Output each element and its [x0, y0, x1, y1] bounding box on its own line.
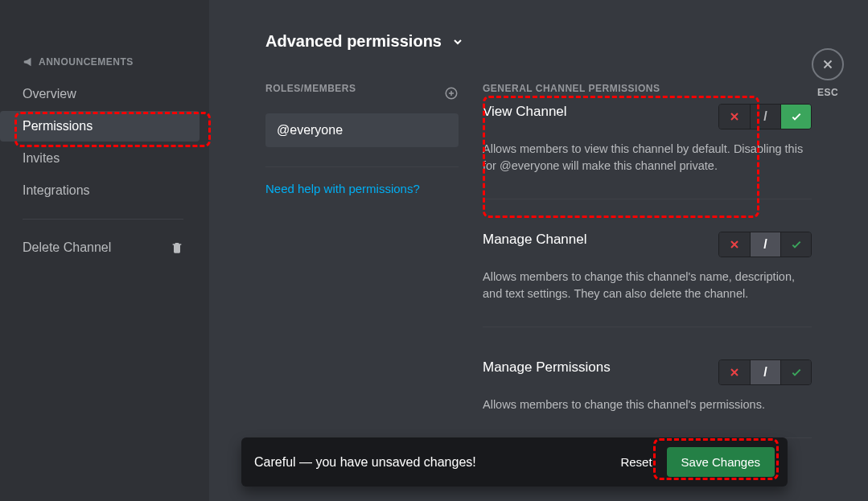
check-icon	[790, 366, 803, 379]
reset-button[interactable]: Reset	[606, 447, 666, 477]
permissions-column: GENERAL CHANNEL PERMISSIONS View Channel…	[483, 83, 812, 470]
permissions-help-link[interactable]: Need help with permissions?	[265, 182, 459, 195]
permission-toggle-view-channel[interactable]: /	[718, 104, 812, 129]
close-label: ESC	[812, 87, 844, 98]
unsaved-changes-bar: Careful — you have unsaved changes! Rese…	[241, 437, 788, 487]
sidebar-item-permissions[interactable]: Permissions	[0, 111, 200, 142]
permission-manage-permissions: Manage Permissions / Allows members to c…	[483, 359, 812, 438]
megaphone-icon	[23, 56, 34, 68]
permissions-section-label: GENERAL CHANNEL PERMISSIONS	[483, 83, 812, 94]
permission-allow[interactable]	[780, 360, 811, 384]
page-title: Advanced permissions	[265, 32, 442, 51]
sidebar-item-label: Permissions	[23, 119, 93, 133]
permission-title: Manage Channel	[483, 232, 586, 248]
sidebar-item-overview[interactable]: Overview	[0, 79, 200, 109]
roles-divider	[265, 166, 459, 167]
permission-allow[interactable]	[780, 232, 811, 257]
sidebar-item-label: Integrations	[23, 183, 90, 197]
sidebar-item-label: Invites	[23, 151, 60, 165]
close-circle[interactable]	[812, 48, 844, 80]
sidebar-channel-label: ANNOUNCEMENTS	[39, 56, 134, 68]
reset-label: Reset	[620, 455, 652, 469]
unsaved-text: Careful — you have unsaved changes!	[254, 455, 606, 470]
permission-desc: Allows members to view this channel by d…	[483, 141, 812, 175]
permission-desc: Allows members to change this channel's …	[483, 269, 812, 302]
sidebar-item-label: Overview	[23, 87, 76, 101]
x-icon	[728, 110, 741, 123]
permission-toggle-manage-channel[interactable]: /	[718, 232, 812, 257]
permission-neutral[interactable]: /	[750, 232, 780, 257]
page-title-row[interactable]: Advanced permissions	[265, 32, 812, 51]
permission-desc: Allows members to change this channel's …	[483, 396, 812, 413]
chevron-down-icon	[451, 35, 464, 48]
check-icon	[790, 238, 803, 251]
add-role-icon[interactable]	[444, 86, 459, 101]
sidebar-item-invites[interactable]: Invites	[0, 143, 200, 174]
settings-sidebar: ANNOUNCEMENTS Overview Permissions Invit…	[0, 0, 209, 501]
permission-allow[interactable]	[780, 105, 811, 129]
sidebar-channel-header: ANNOUNCEMENTS	[0, 56, 200, 77]
permission-manage-channel: Manage Channel / Allows members to chang…	[483, 232, 812, 327]
sidebar-item-integrations[interactable]: Integrations	[0, 175, 200, 206]
save-changes-button[interactable]: Save Changes	[667, 447, 775, 477]
permission-title: View Channel	[483, 104, 567, 120]
permission-deny[interactable]	[719, 232, 750, 257]
main-content: Advanced permissions ROLES/MEMBERS @ever…	[209, 0, 868, 501]
x-icon	[728, 366, 741, 379]
help-link-label: Need help with permissions?	[265, 182, 420, 195]
close-icon	[821, 57, 835, 72]
role-label: @everyone	[277, 123, 343, 137]
permission-deny[interactable]	[719, 105, 750, 129]
permission-toggle-manage-permissions[interactable]: /	[718, 359, 812, 385]
permission-deny[interactable]	[719, 360, 750, 384]
x-icon	[728, 238, 741, 251]
permission-neutral[interactable]: /	[750, 105, 780, 129]
roles-column: ROLES/MEMBERS @everyone Need help with p…	[265, 83, 459, 470]
permission-neutral[interactable]: /	[750, 360, 780, 384]
trash-icon	[171, 241, 183, 254]
check-icon	[790, 110, 803, 123]
permission-view-channel: View Channel / Allows members to view th…	[483, 104, 812, 199]
save-label: Save Changes	[681, 455, 760, 469]
sidebar-delete-channel[interactable]: Delete Channel	[0, 232, 200, 263]
role-everyone[interactable]: @everyone	[265, 113, 459, 147]
close-settings[interactable]: ESC	[812, 48, 844, 98]
roles-members-label: ROLES/MEMBERS	[265, 83, 356, 94]
sidebar-delete-label: Delete Channel	[23, 240, 111, 255]
sidebar-divider	[23, 219, 183, 220]
permission-title: Manage Permissions	[483, 359, 611, 376]
